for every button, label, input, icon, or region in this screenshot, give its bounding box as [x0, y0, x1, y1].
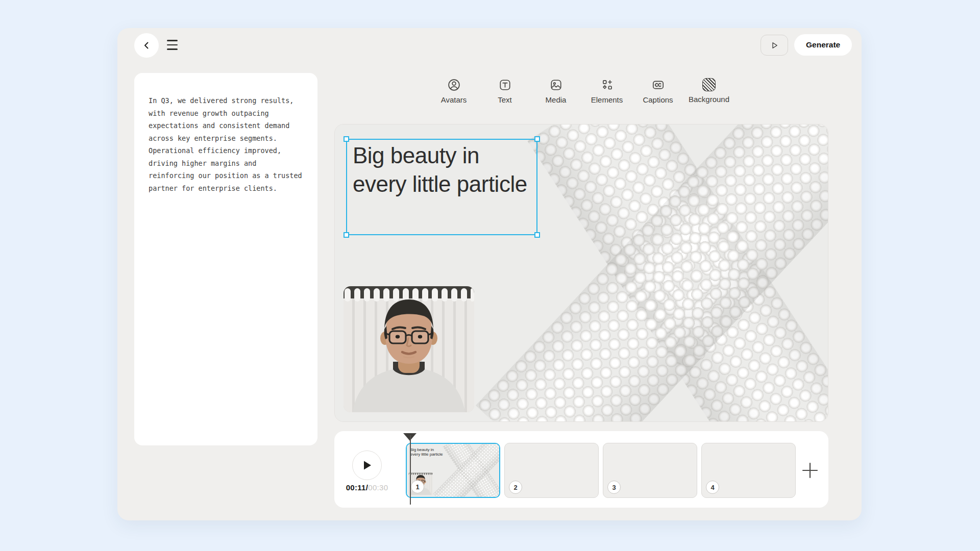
- add-scene-button[interactable]: [798, 458, 822, 483]
- playhead-line[interactable]: [410, 435, 411, 505]
- scene-thumbnail-2[interactable]: 2: [504, 443, 599, 498]
- toolbar-label: Background: [689, 95, 729, 104]
- background-icon: [702, 78, 716, 91]
- avatar-video[interactable]: [344, 286, 474, 412]
- media-icon: [549, 78, 563, 92]
- toolbar-label: Elements: [591, 95, 623, 104]
- avatars-icon: [447, 78, 461, 92]
- script-text: In Q3, we delivered strong results, with…: [149, 94, 303, 194]
- toolbar-item-background[interactable]: Background: [683, 78, 734, 104]
- time-display: 00:11/00:30: [338, 483, 396, 492]
- scene-thumbnail-3[interactable]: 3: [603, 443, 697, 498]
- hamburger-icon: [167, 40, 178, 41]
- toolbar-item-media[interactable]: Media: [530, 78, 581, 104]
- menu-button[interactable]: [167, 40, 178, 50]
- scene-number-badge: 4: [706, 481, 719, 494]
- scene-thumbnail-4[interactable]: 4: [701, 443, 796, 498]
- toolbar-label: Avatars: [441, 95, 467, 104]
- preview-button[interactable]: [761, 35, 788, 56]
- slide-1-content: Big beauty in every little particle: [335, 124, 828, 422]
- play-outline-icon: [770, 41, 779, 50]
- toolbar-label: Text: [498, 95, 512, 104]
- toolbar-label: Captions: [643, 95, 673, 104]
- script-panel[interactable]: In Q3, we delivered strong results, with…: [134, 73, 317, 445]
- elements-icon: [600, 78, 614, 92]
- text-icon: [498, 78, 512, 92]
- toolbar-item-text[interactable]: Text: [479, 78, 530, 104]
- hamburger-icon: [167, 44, 178, 46]
- timeline-bar: 00:11/00:30 Big beauty in every little p…: [334, 431, 828, 508]
- editor-toolbar: Avatars Text Media Elements: [326, 78, 837, 104]
- total-time: 00:30: [368, 483, 388, 492]
- scene-number-badge: 2: [509, 481, 522, 494]
- scene-number-badge: 1: [411, 480, 424, 493]
- current-time: 00:11/: [346, 483, 369, 492]
- scene-thumbnail-1[interactable]: Big beauty in every little particle 1: [406, 443, 500, 498]
- avatar-illustration: [344, 286, 474, 412]
- app-window: Generate In Q3, we delivered strong resu…: [117, 28, 862, 520]
- timeline-play-button[interactable]: [352, 450, 382, 480]
- toolbar-label: Media: [546, 95, 567, 104]
- captions-icon: [651, 78, 665, 92]
- slide-headline-text-mini: Big beauty in every little particle: [410, 447, 444, 457]
- play-icon: [362, 460, 372, 471]
- toolbar-item-avatars[interactable]: Avatars: [428, 78, 479, 104]
- slide-headline-text[interactable]: Big beauty in every little particle: [353, 141, 529, 198]
- back-button[interactable]: [134, 33, 159, 58]
- hamburger-icon: [167, 48, 178, 50]
- plus-icon: [801, 462, 819, 479]
- generate-button[interactable]: Generate: [794, 34, 852, 56]
- toolbar-item-elements[interactable]: Elements: [581, 78, 632, 104]
- scene-number-badge: 3: [607, 481, 621, 494]
- toolbar-item-captions[interactable]: Captions: [632, 78, 683, 104]
- scene-strip: Big beauty in every little particle 1 2 …: [406, 443, 796, 498]
- chevron-left-icon: [142, 41, 151, 49]
- video-canvas[interactable]: Big beauty in every little particle: [334, 124, 828, 422]
